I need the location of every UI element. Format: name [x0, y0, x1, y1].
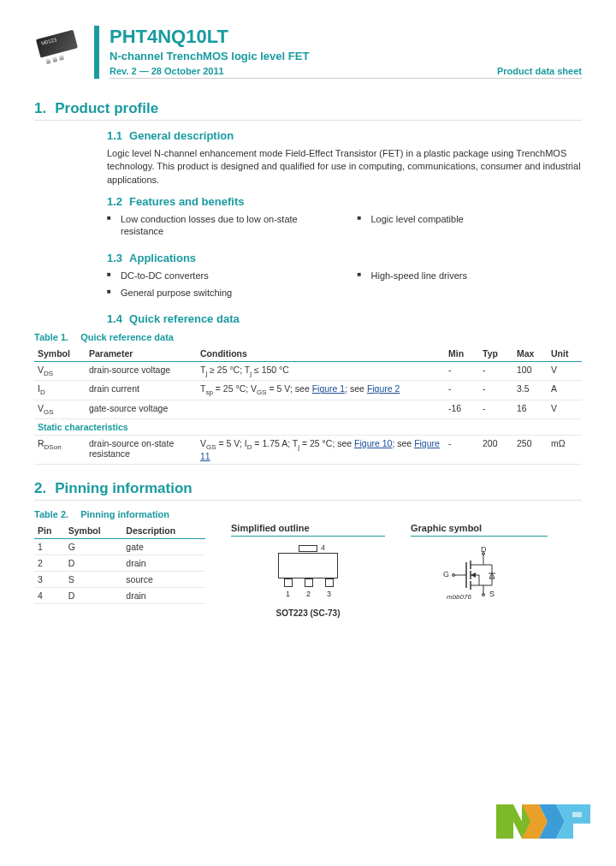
document-header: M0123 PHT4NQ10LT N-channel TrenchMOS log…	[34, 26, 582, 79]
doc-type: Product data sheet	[497, 66, 582, 76]
application-item: High-speed line drivers	[358, 270, 583, 282]
feature-item: Logic level compatible	[358, 213, 583, 225]
section-1-4-heading: 1.4Quick reference data	[107, 312, 582, 325]
th-outline: Simplified outline	[231, 523, 385, 537]
general-description-text: Logic level N-channel enhancement mode F…	[107, 147, 582, 187]
svg-rect-20	[572, 812, 582, 817]
pin-label: 3	[327, 590, 331, 598]
terminal-label: S	[489, 590, 495, 598]
table-1-caption: Table 1.Quick reference data	[34, 332, 582, 342]
th-unit: Unit	[548, 346, 582, 362]
th-symbol: Symbol	[65, 523, 123, 539]
table-row: 1Ggate	[34, 538, 205, 555]
table-row: ID drain current Tsp = 25 °C; VGS = 5 V;…	[34, 381, 582, 400]
feature-item: Low conduction losses due to low on-stat…	[107, 213, 332, 238]
symbol-ref: mbb076	[447, 593, 471, 601]
revision: Rev. 2 — 28 October 2011	[110, 66, 224, 76]
subtitle: N-channel TrenchMOS logic level FET	[110, 50, 582, 62]
terminal-label: G	[443, 570, 449, 578]
nxp-logo	[492, 800, 595, 845]
pin-label: 1	[286, 590, 290, 598]
application-item: General purpose switching	[107, 287, 332, 299]
section-1-3-heading: 1.3Applications	[107, 252, 582, 264]
table-2-caption: Table 2.Pinning information	[34, 509, 582, 519]
quick-reference-table: Symbol Parameter Conditions Min Typ Max …	[34, 346, 582, 464]
th-conditions: Conditions	[197, 346, 445, 362]
table-row: 4Ddrain	[34, 587, 205, 603]
section-1-heading: 1.Product profile	[34, 100, 582, 121]
table-section-header: Static characteristics	[34, 418, 582, 435]
th-graphic: Graphic symbol	[411, 523, 548, 537]
mosfet-symbol: D G S mbb076	[436, 545, 522, 605]
application-item: DC-to-DC converters	[107, 270, 332, 282]
th-symbol: Symbol	[34, 346, 86, 362]
package-outline: 4 1 2 3 SOT223 (SC-73)	[274, 545, 342, 618]
terminal-label: D	[481, 545, 487, 554]
figure-link[interactable]: Figure 2	[367, 383, 400, 394]
th-typ: Typ	[479, 346, 513, 362]
chip-image: M0123	[31, 25, 85, 70]
table-row: VDS drain-source voltage Tj ≥ 25 °C; Tj …	[34, 362, 582, 381]
table-row: RDSon drain-source on-state resistance V…	[34, 435, 582, 464]
part-number: PHT4NQ10LT	[110, 26, 582, 48]
table-row: 3Ssource	[34, 571, 205, 587]
section-1-1-heading: 1.1General description	[107, 129, 582, 142]
svg-marker-8	[471, 572, 476, 578]
section-2-heading: 2.Pinning information	[34, 480, 582, 501]
th-max: Max	[513, 346, 548, 362]
th-description: Description	[122, 523, 205, 539]
th-parameter: Parameter	[86, 346, 197, 362]
pin-label: 4	[321, 543, 325, 552]
th-min: Min	[445, 346, 479, 362]
figure-link[interactable]: Figure 10	[354, 438, 392, 448]
figure-link[interactable]: Figure 1	[312, 383, 346, 394]
pinning-table: Pin Symbol Description 1Ggate 2Ddrain 3S…	[34, 523, 205, 604]
th-pin: Pin	[34, 523, 65, 539]
package-name: SOT223 (SC-73)	[274, 608, 342, 618]
table-row: VGS gate-source voltage -16-16V	[34, 400, 582, 418]
pin-label: 2	[306, 590, 311, 598]
table-row: 2Ddrain	[34, 555, 205, 571]
section-1-2-heading: 1.2Features and benefits	[107, 195, 582, 208]
